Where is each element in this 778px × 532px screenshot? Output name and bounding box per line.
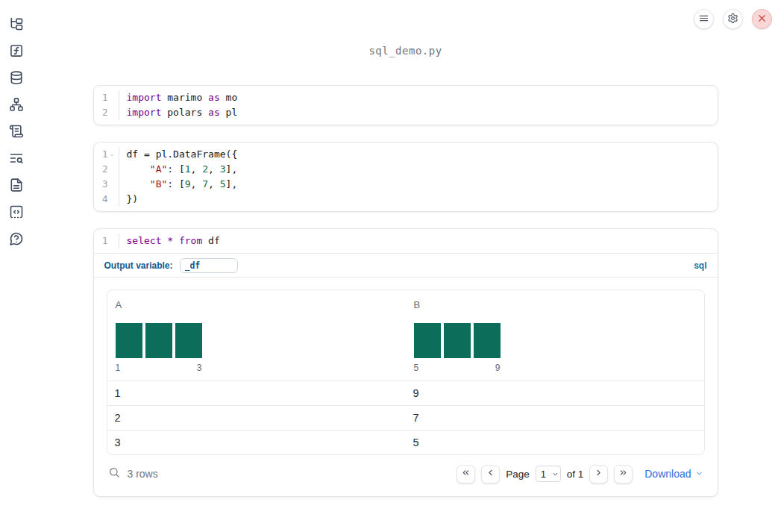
column-header-a: A 1 3	[107, 299, 406, 373]
sidebar-item-variables[interactable]	[7, 42, 26, 61]
line-number: 1	[102, 90, 108, 105]
file-tree-icon	[9, 16, 24, 34]
settings-button[interactable]	[723, 9, 743, 29]
chevrons-left-icon	[461, 468, 471, 480]
code-editor[interactable]: 1 import marimo as mo 2 import polars as…	[94, 86, 718, 125]
sidebar-item-dependency-graph[interactable]	[7, 96, 26, 115]
histogram-a: 1 3	[116, 323, 202, 373]
code-text: select * from df	[119, 234, 220, 248]
table-row[interactable]: 3 5	[107, 430, 704, 454]
table-footer: 3 rows Page 1	[107, 459, 705, 489]
column-name[interactable]: A	[116, 299, 406, 310]
sql-editor[interactable]: 1 select * from df	[94, 229, 718, 253]
language-badge: sql	[694, 260, 706, 271]
scroll-text-icon	[9, 124, 24, 141]
cell-output: A 1 3 B	[94, 278, 718, 496]
sidebar-item-scratchpad[interactable]	[7, 203, 26, 222]
histogram-bar	[414, 323, 441, 358]
code-text: })	[119, 192, 139, 207]
line-number: 2	[102, 105, 108, 120]
table-cell: 2	[107, 412, 406, 424]
table-cell: 5	[406, 436, 704, 448]
sidebar-item-documentation[interactable]	[7, 176, 26, 195]
code-line: 2 "A": [1, 2, 3],	[94, 162, 718, 177]
code-text: "B": [9, 7, 5],	[119, 177, 238, 192]
output-variable-label: Output variable:	[104, 260, 173, 271]
sidebar	[0, 0, 33, 532]
code-line: 1 import marimo as mo	[94, 90, 718, 105]
line-number: 3	[102, 177, 108, 192]
code-editor[interactable]: 1⌄ df = pl.DataFrame({ 2 "A": [1, 2, 3],…	[94, 143, 718, 211]
previous-page-button[interactable]	[481, 465, 500, 484]
line-number: 1	[102, 234, 108, 248]
table-row[interactable]: 1 9	[107, 381, 704, 405]
table-cell: 3	[107, 436, 406, 448]
code-cell-imports: 1 import marimo as mo 2 import polars as…	[93, 85, 718, 125]
output-variable-input[interactable]	[180, 258, 238, 273]
table-cell: 7	[406, 412, 704, 424]
code-cell-dataframe: 1⌄ df = pl.DataFrame({ 2 "A": [1, 2, 3],…	[93, 142, 718, 212]
chevron-left-icon	[486, 468, 495, 480]
last-page-button[interactable]	[614, 465, 633, 484]
table-row[interactable]: 2 7	[107, 405, 704, 430]
code-line: 2 import polars as pl	[94, 105, 718, 120]
histogram-bar	[474, 323, 501, 358]
sidebar-item-logs[interactable]	[7, 122, 26, 142]
row-count: 3 rows	[128, 468, 158, 480]
table-header: A 1 3 B	[107, 290, 704, 381]
page-select[interactable]: 1	[536, 466, 561, 482]
code-line: 1 select * from df	[94, 234, 718, 248]
menu-button[interactable]	[694, 9, 714, 29]
histogram-bar	[175, 323, 202, 358]
first-page-button[interactable]	[457, 465, 475, 484]
sidebar-item-help[interactable]	[7, 230, 26, 249]
tick-label: 3	[197, 363, 202, 373]
code-text: import marimo as mo	[119, 90, 238, 105]
page-label: Page	[506, 469, 530, 480]
sidebar-item-file-explorer[interactable]	[7, 15, 26, 34]
chevron-down-icon	[695, 468, 703, 480]
column-name[interactable]: B	[414, 299, 704, 310]
page-total: of 1	[567, 469, 584, 480]
sidebar-item-snippets[interactable]	[7, 149, 26, 169]
histogram-b: 5 9	[414, 323, 501, 373]
topbar	[694, 9, 772, 29]
notebook: 1 import marimo as mo 2 import polars as…	[93, 85, 718, 497]
tick-label: 9	[495, 363, 501, 373]
chevron-right-icon	[594, 468, 603, 480]
chevrons-right-icon	[618, 468, 628, 480]
function-square-icon	[9, 43, 24, 60]
dataframe-table: A 1 3 B	[107, 290, 705, 455]
table-cell: 1	[107, 387, 406, 399]
fold-chevron-icon[interactable]: ⌄	[108, 147, 116, 162]
code-square-icon	[9, 204, 24, 222]
network-icon	[9, 97, 24, 114]
help-chat-icon	[9, 231, 24, 248]
gear-icon	[727, 13, 738, 26]
sql-cell: 1 select * from df Output variable: sql …	[93, 228, 718, 497]
code-line: 4 })	[94, 192, 718, 207]
line-number: 2	[102, 162, 108, 177]
shutdown-button[interactable]	[752, 9, 772, 29]
code-text: df = pl.DataFrame({	[119, 147, 238, 162]
next-page-button[interactable]	[589, 465, 608, 484]
tick-label: 1	[116, 363, 121, 373]
notebook-filename[interactable]: sql_demo.py	[33, 45, 778, 57]
close-icon	[756, 13, 768, 26]
line-number: 1	[102, 147, 108, 162]
histogram-bar	[116, 323, 142, 358]
hamburger-icon	[698, 13, 709, 26]
sidebar-item-datasources[interactable]	[7, 69, 26, 88]
file-text-icon	[9, 178, 24, 195]
sql-cell-toolbar: Output variable: sql	[94, 254, 718, 277]
histogram-bar	[444, 323, 471, 358]
code-text: import polars as pl	[119, 105, 238, 120]
text-search-icon	[9, 151, 24, 168]
download-button[interactable]: Download	[644, 468, 703, 480]
main-content: sql_demo.py 1 import marimo as mo 2 impo…	[33, 0, 778, 497]
histogram-bar	[145, 323, 172, 358]
code-line: 3 "B": [9, 7, 5],	[94, 177, 718, 192]
search-icon[interactable]	[108, 466, 120, 481]
code-line: 1⌄ df = pl.DataFrame({	[94, 147, 718, 162]
line-number: 4	[102, 192, 108, 207]
